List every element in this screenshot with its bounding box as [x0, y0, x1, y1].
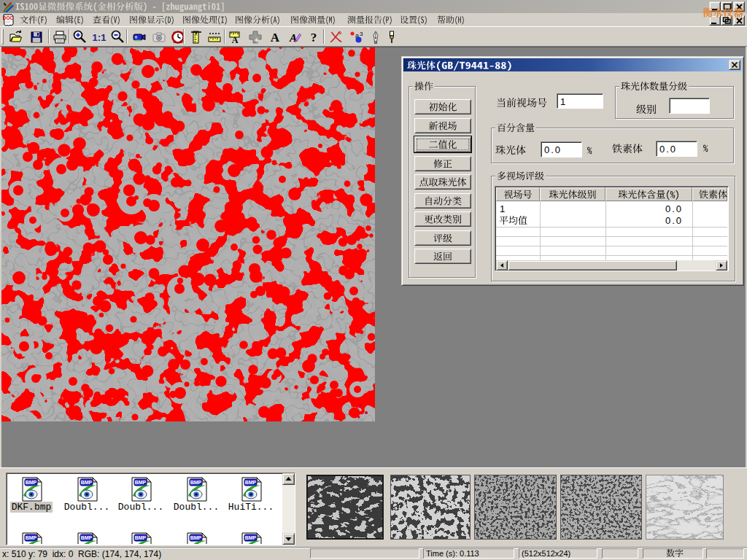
- svg-text:BMP: BMP: [26, 535, 37, 540]
- svg-text:BMP: BMP: [135, 480, 147, 485]
- svg-text:3: 3: [360, 31, 363, 37]
- svg-text:BMP: BMP: [81, 480, 93, 485]
- svg-text:BMP: BMP: [81, 535, 93, 540]
- svg-text:1:1: 1:1: [93, 32, 107, 43]
- svg-text:BMP: BMP: [190, 480, 202, 485]
- svg-text:?: ?: [311, 31, 317, 44]
- svg-text:BMP: BMP: [26, 480, 37, 485]
- svg-text:A: A: [289, 32, 297, 44]
- svg-text:BMP: BMP: [245, 535, 257, 540]
- svg-text:BMP: BMP: [245, 480, 257, 485]
- svg-text:A: A: [271, 31, 280, 44]
- svg-text:BMP: BMP: [190, 535, 202, 540]
- svg-text:A: A: [232, 35, 239, 44]
- svg-text:BMP: BMP: [135, 535, 147, 540]
- svg-text:DOC: DOC: [3, 15, 14, 20]
